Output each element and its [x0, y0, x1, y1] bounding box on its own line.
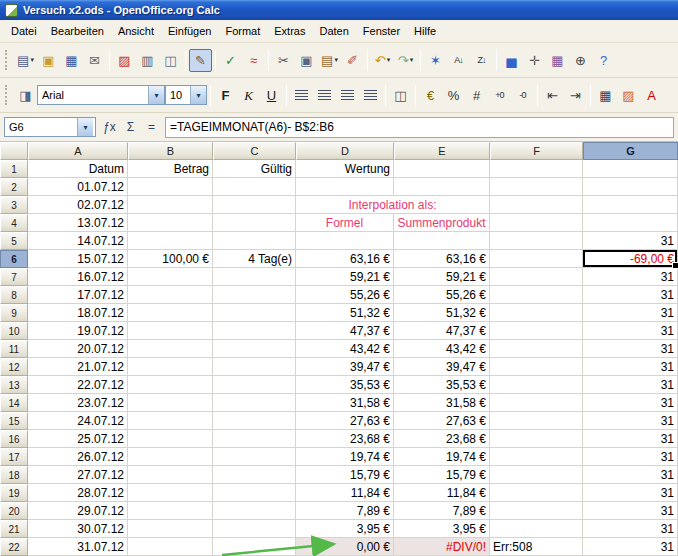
cell-F20[interactable] — [490, 502, 583, 520]
cell-A13[interactable]: 22.07.12 — [28, 376, 128, 394]
cell-D11[interactable]: 43,42 € — [296, 340, 394, 358]
cell-G1[interactable] — [583, 160, 678, 178]
cell-E4[interactable]: Summenprodukt — [394, 214, 490, 232]
open-icon[interactable]: ▣ — [37, 49, 60, 72]
cell-B7[interactable] — [128, 268, 213, 286]
background-color-icon[interactable]: ▨ — [617, 84, 640, 107]
row-header-13[interactable]: 13 — [0, 376, 28, 394]
cell-B9[interactable] — [128, 304, 213, 322]
cell-A5[interactable]: 14.07.12 — [28, 232, 128, 250]
cell-C5[interactable] — [213, 232, 296, 250]
cell-C13[interactable] — [213, 376, 296, 394]
cell-G19[interactable]: 31 — [583, 484, 678, 502]
name-box-dropdown-icon[interactable]: ▾ — [77, 118, 93, 136]
cell-F6[interactable] — [490, 250, 583, 268]
cell-B8[interactable] — [128, 286, 213, 304]
cell-F14[interactable] — [490, 394, 583, 412]
cell-F19[interactable] — [490, 484, 583, 502]
delete-decimal-icon[interactable]: -0 — [511, 84, 534, 107]
align-center-icon[interactable] — [313, 84, 336, 107]
autospellcheck-icon[interactable]: ≈ — [242, 49, 265, 72]
select-all-corner[interactable] — [0, 142, 28, 160]
cell-A12[interactable]: 21.07.12 — [28, 358, 128, 376]
currency-format-icon[interactable]: € — [419, 84, 442, 107]
cell-A19[interactable]: 28.07.12 — [28, 484, 128, 502]
cell-G12[interactable]: 31 — [583, 358, 678, 376]
font-name-combobox[interactable]: Arial▾ — [37, 85, 165, 105]
cell-G3[interactable] — [583, 196, 678, 214]
cell-E20[interactable]: 7,89 € — [394, 502, 490, 520]
cell-E5[interactable] — [394, 232, 490, 250]
cell-D10[interactable]: 47,37 € — [296, 322, 394, 340]
menu-item-daten[interactable]: Daten — [312, 22, 355, 40]
redo-icon-dropdown[interactable]: ▾ — [410, 56, 414, 64]
cell-C8[interactable] — [213, 286, 296, 304]
row-header-12[interactable]: 12 — [0, 358, 28, 376]
styles-icon[interactable]: ◨ — [14, 84, 37, 107]
row-header-6[interactable]: 6 — [0, 250, 28, 268]
sum-button[interactable]: Σ — [120, 117, 141, 138]
cell-B13[interactable] — [128, 376, 213, 394]
cell-E2[interactable] — [394, 178, 490, 196]
cell-A18[interactable]: 27.07.12 — [28, 466, 128, 484]
cell-E8[interactable]: 55,26 € — [394, 286, 490, 304]
row-header-21[interactable]: 21 — [0, 520, 28, 538]
column-header-f[interactable]: F — [490, 142, 583, 160]
row-header-19[interactable]: 19 — [0, 484, 28, 502]
align-justify-icon[interactable] — [359, 84, 382, 107]
cell-F10[interactable] — [490, 322, 583, 340]
menu-item-fenster[interactable]: Fenster — [356, 22, 407, 40]
cell-A7[interactable]: 16.07.12 — [28, 268, 128, 286]
cell-G22[interactable]: 31 — [583, 538, 678, 556]
format-paintbrush-icon[interactable]: ✐ — [341, 49, 364, 72]
function-button[interactable]: = — [141, 117, 162, 138]
cell-F16[interactable] — [490, 430, 583, 448]
percent-format-icon[interactable]: % — [442, 84, 465, 107]
cell-A17[interactable]: 26.07.12 — [28, 448, 128, 466]
toolbar-grip[interactable] — [5, 85, 10, 105]
cell-D19[interactable]: 11,84 € — [296, 484, 394, 502]
cell-F4[interactable] — [490, 214, 583, 232]
cell-E18[interactable]: 15,79 € — [394, 466, 490, 484]
cell-E17[interactable]: 19,74 € — [394, 448, 490, 466]
menu-item-extras[interactable]: Extras — [267, 22, 312, 40]
cell-E12[interactable]: 39,47 € — [394, 358, 490, 376]
cell-F1[interactable] — [490, 160, 583, 178]
edit-file-icon[interactable]: ✎ — [189, 49, 212, 72]
cell-D21[interactable]: 3,95 € — [296, 520, 394, 538]
align-right-icon[interactable] — [336, 84, 359, 107]
cell-C19[interactable] — [213, 484, 296, 502]
row-header-11[interactable]: 11 — [0, 340, 28, 358]
cell-G9[interactable]: 31 — [583, 304, 678, 322]
cell-G6[interactable]: -69,00 € — [583, 250, 678, 268]
function-wizard-button[interactable]: ƒx — [99, 117, 120, 138]
cell-G5[interactable]: 31 — [583, 232, 678, 250]
cell-B16[interactable] — [128, 430, 213, 448]
cell-C11[interactable] — [213, 340, 296, 358]
font-size-dropdown-icon[interactable]: ▾ — [190, 86, 206, 104]
align-left-icon[interactable] — [290, 84, 313, 107]
cell-F13[interactable] — [490, 376, 583, 394]
cell-C22[interactable] — [213, 538, 296, 556]
cell-D18[interactable]: 15,79 € — [296, 466, 394, 484]
standard-format-icon[interactable]: # — [465, 84, 488, 107]
cell-D9[interactable]: 51,32 € — [296, 304, 394, 322]
pdf-export-icon[interactable]: ▨ — [113, 49, 136, 72]
cell-E16[interactable]: 23,68 € — [394, 430, 490, 448]
cell-A22[interactable]: 31.07.12 — [28, 538, 128, 556]
cell-G11[interactable]: 31 — [583, 340, 678, 358]
cell-F21[interactable] — [490, 520, 583, 538]
cell-B2[interactable] — [128, 178, 213, 196]
cell-F7[interactable] — [490, 268, 583, 286]
cell-D5[interactable] — [296, 232, 394, 250]
cell-E14[interactable]: 31,58 € — [394, 394, 490, 412]
cell-G20[interactable]: 31 — [583, 502, 678, 520]
cell-C16[interactable] — [213, 430, 296, 448]
font-name-dropdown-icon[interactable]: ▾ — [148, 86, 164, 104]
paste-icon-dropdown[interactable]: ▾ — [334, 56, 338, 64]
cell-D17[interactable]: 19,74 € — [296, 448, 394, 466]
cell-B12[interactable] — [128, 358, 213, 376]
cell-B10[interactable] — [128, 322, 213, 340]
cell-G14[interactable]: 31 — [583, 394, 678, 412]
cell-G18[interactable]: 31 — [583, 466, 678, 484]
